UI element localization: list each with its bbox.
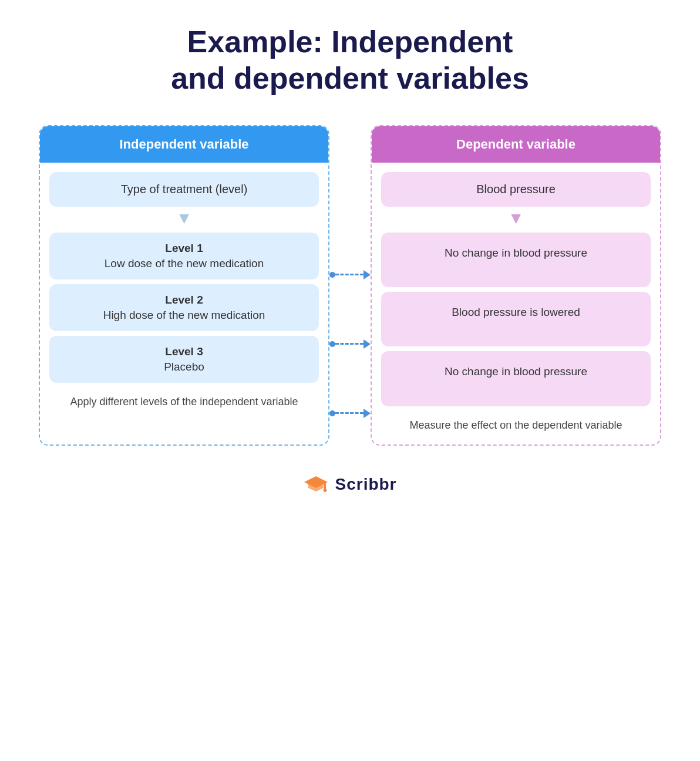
- arrows-panel: [329, 125, 371, 446]
- result-box-1: No change in blood pressure: [381, 233, 651, 287]
- page-title: Example: Independentand dependent variab…: [171, 23, 529, 97]
- level-3-text: Placebo: [164, 361, 204, 373]
- level-box-1: Level 1 Low dose of the new medication: [49, 233, 319, 280]
- independent-variable-header: Independent variable: [40, 126, 328, 163]
- arrow-3: [329, 381, 371, 446]
- independent-variable-panel: Independent variable Type of treatment (…: [39, 125, 329, 446]
- level-2-title: Level 2: [56, 294, 312, 307]
- left-type-box: Type of treatment (level): [49, 172, 319, 207]
- arrow-2: [329, 312, 371, 376]
- left-down-arrow: ▼: [40, 210, 328, 227]
- level-2-text: High dose of the new medication: [103, 309, 265, 321]
- arrow-1: [329, 243, 371, 307]
- scribbr-label: Scribbr: [335, 475, 396, 494]
- level-3-title: Level 3: [56, 345, 312, 358]
- dependent-variable-header: Dependent variable: [372, 126, 660, 163]
- scribbr-footer: Scribbr: [303, 472, 396, 497]
- svg-point-3: [324, 489, 327, 492]
- level-1-title: Level 1: [56, 242, 312, 255]
- level-box-2: Level 2 High dose of the new medication: [49, 284, 319, 331]
- dependent-variable-panel: Dependent variable Blood pressure ▼ No c…: [371, 125, 661, 446]
- level-1-text: Low dose of the new medication: [105, 257, 264, 270]
- right-type-box: Blood pressure: [381, 172, 651, 207]
- scribbr-logo-icon: [303, 472, 329, 497]
- result-box-2: Blood pressure is lowered: [381, 292, 651, 346]
- right-footer: Measure the effect on the dependent vari…: [381, 418, 651, 433]
- left-footer: Apply different levels of the independen…: [49, 395, 319, 409]
- right-down-arrow: ▼: [372, 210, 660, 227]
- svg-rect-2: [324, 481, 326, 490]
- result-box-3: No change in blood pressure: [381, 351, 651, 406]
- level-box-3: Level 3 Placebo: [49, 336, 319, 383]
